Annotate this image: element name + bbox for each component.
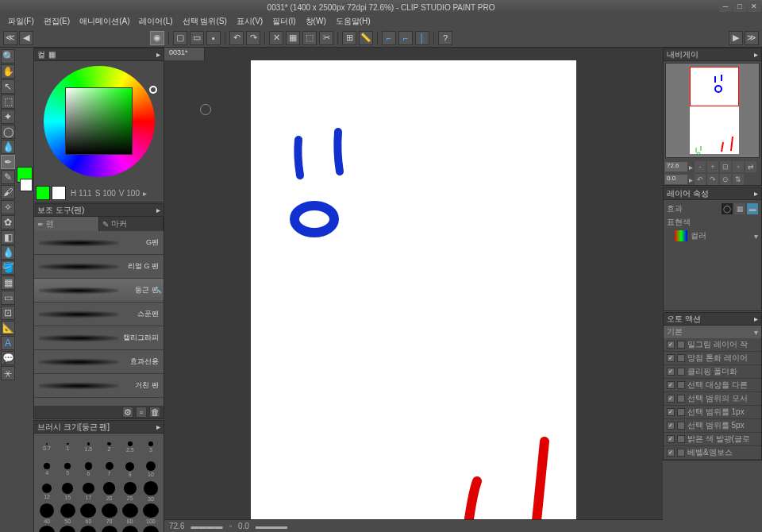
snap2-icon[interactable]: ⌐ — [398, 31, 413, 45]
size-cell[interactable]: 50 — [58, 503, 77, 524]
minimize-button[interactable]: ─ — [719, 1, 732, 12]
layerprop-tab[interactable]: 레이어 속성 — [667, 188, 709, 199]
help-icon[interactable]: ? — [438, 31, 452, 45]
size-cell[interactable]: 15 — [58, 481, 77, 502]
size-cell[interactable]: 70 — [99, 503, 118, 524]
panel-toggle-right2-icon[interactable]: ≫ — [745, 31, 759, 45]
action-play-icon[interactable] — [677, 422, 685, 430]
menu-animation[interactable]: 애니메이션(A) — [75, 14, 134, 29]
menu-layer[interactable]: 레이어(L) — [134, 14, 177, 29]
color-square[interactable] — [65, 87, 133, 155]
maximize-button[interactable]: □ — [733, 1, 746, 12]
action-menu-icon[interactable]: ▸ — [754, 314, 758, 323]
panel-toggle-right-icon[interactable]: ▶ — [729, 31, 743, 45]
canvas-viewport[interactable] — [164, 60, 663, 519]
action-check-icon[interactable]: ✓ — [667, 395, 675, 403]
action-item[interactable]: ✓베벨&엠보스 — [664, 446, 761, 460]
zoom-tool-icon[interactable]: 🔍 — [1, 49, 15, 64]
zoom-in-icon[interactable]: + — [707, 161, 718, 172]
grid-icon[interactable]: ⊞ — [342, 31, 356, 45]
airbrush-tool-icon[interactable]: ✧ — [1, 200, 15, 214]
shape-tool-icon[interactable]: ▭ — [1, 291, 15, 305]
menu-filter[interactable]: 필터(I) — [267, 14, 300, 29]
brush-item[interactable]: 둥근 펜🔧 — [34, 279, 164, 303]
hue-picker-icon[interactable] — [149, 86, 157, 94]
size-menu-icon[interactable]: ▸ — [156, 422, 160, 431]
size-cell[interactable]: 12 — [37, 481, 56, 502]
eyedropper-icon[interactable]: 💧 — [1, 140, 15, 154]
fill-icon[interactable]: ▦ — [286, 31, 300, 45]
action-item[interactable]: ✓클리핑 폴더화 — [664, 365, 761, 379]
brush-item[interactable]: 리얼 G 펜 — [34, 255, 164, 279]
size-cell[interactable]: 150 — [58, 526, 77, 532]
size-cell[interactable]: 17 — [79, 481, 98, 502]
eraser-tool-icon[interactable]: ◧ — [1, 230, 15, 245]
redo-icon[interactable]: ↷ — [246, 31, 260, 45]
menu-selection[interactable]: 선택 범위(S) — [178, 14, 232, 29]
panel-toggle-icon[interactable]: ◀ — [19, 31, 33, 45]
action-list[interactable]: ✓밑그림 레이어 작✓망점 톤화 레이어✓클리핑 폴더화✓선택 대상을 다른✓선… — [664, 338, 761, 460]
action-play-icon[interactable] — [677, 381, 685, 389]
snap1-icon[interactable]: ⌐ — [382, 31, 396, 45]
frame-tool-icon[interactable]: ⊡ — [1, 306, 15, 320]
size-cell[interactable]: 40 — [37, 503, 56, 524]
brush-list[interactable]: G펜리얼 G 펜둥근 펜🔧스푼펜캘리그라피효과선용거친 펜 — [34, 231, 164, 406]
action-play-icon[interactable] — [677, 354, 685, 362]
brush-item[interactable]: 효과선용 — [34, 350, 164, 374]
delete-icon[interactable]: ✕ — [269, 31, 283, 45]
blend-tool-icon[interactable]: 💧 — [1, 245, 15, 260]
panel-menu-icon[interactable]: ▸ — [156, 50, 160, 59]
menu-help[interactable]: 도움말(H) — [331, 14, 375, 29]
select-tool-icon[interactable]: ⬚ — [1, 94, 15, 109]
layerprop-menu-icon[interactable]: ▸ — [754, 189, 758, 198]
action-tab[interactable]: 오토 액션 — [667, 314, 701, 325]
menu-edit[interactable]: 편집(E) — [39, 14, 75, 29]
action-set-name[interactable]: 기본 — [667, 326, 683, 337]
size-cell[interactable]: 100 — [141, 503, 160, 524]
gradient-tool-icon[interactable]: ▦ — [1, 276, 15, 290]
size-cell[interactable]: 2 — [99, 437, 118, 457]
correction-tool-icon[interactable]: ⚹ — [1, 366, 15, 380]
zoom-out-icon[interactable]: - — [695, 161, 706, 172]
action-item[interactable]: ✓선택 범위의 모서 — [664, 392, 761, 406]
navigator-preview[interactable] — [665, 63, 760, 158]
nav-tab[interactable]: 내비게이 — [667, 49, 698, 60]
action-check-icon[interactable]: ✓ — [667, 368, 675, 376]
menu-file[interactable]: 파일(F) — [3, 14, 39, 29]
effect-tone-icon[interactable]: ▦ — [734, 203, 745, 214]
size-cell[interactable]: 170 — [79, 526, 98, 532]
action-check-icon[interactable]: ✓ — [667, 435, 675, 443]
flip-h-icon[interactable]: ⇄ — [745, 161, 756, 172]
size-cell[interactable]: 1.5 — [79, 437, 98, 457]
size-cell[interactable]: 4 — [37, 459, 56, 480]
color-mode-arrow-icon[interactable]: ▾ — [754, 232, 758, 241]
size-cell[interactable]: 5 — [58, 459, 77, 480]
action-play-icon[interactable] — [677, 368, 685, 376]
size-cell[interactable]: 1 — [58, 437, 77, 457]
nav-zoom-arrow-icon[interactable]: ▸ — [689, 163, 693, 172]
new-file-icon[interactable]: ▢ — [173, 31, 187, 45]
pen-tool-icon[interactable]: ✒ — [1, 155, 15, 169]
subtool-tab-pen[interactable]: ✒펜 — [34, 217, 99, 231]
size-cell[interactable]: 0.7 — [37, 437, 56, 457]
action-item[interactable]: ✓밝은 색 발광(글로 — [664, 433, 761, 446]
actual-icon[interactable]: ▫ — [733, 161, 744, 172]
nav-menu-icon[interactable]: ▸ — [754, 50, 758, 59]
clip-studio-icon[interactable]: ◉ — [150, 31, 164, 45]
size-cell[interactable]: 20 — [99, 481, 118, 502]
flip-v-icon[interactable]: ⇅ — [733, 174, 744, 185]
action-check-icon[interactable]: ✓ — [667, 354, 675, 362]
action-check-icon[interactable]: ✓ — [667, 408, 675, 416]
size-cell[interactable]: 250 — [121, 526, 140, 532]
subtool-tab-marker[interactable]: ✎마커 — [99, 217, 164, 231]
action-play-icon[interactable] — [677, 408, 685, 416]
size-cell[interactable]: 300 — [141, 526, 160, 532]
action-set-arrow-icon[interactable]: ▾ — [754, 328, 758, 337]
brush-tool-icon[interactable]: 🖌 — [1, 185, 15, 199]
size-cell[interactable]: 60 — [79, 503, 98, 524]
size-cell[interactable]: 8 — [121, 459, 140, 480]
size-cell[interactable]: 2.5 — [121, 437, 140, 457]
action-check-icon[interactable]: ✓ — [667, 449, 675, 457]
action-check-icon[interactable]: ✓ — [667, 341, 675, 349]
balloon-tool-icon[interactable]: 💬 — [1, 351, 15, 365]
